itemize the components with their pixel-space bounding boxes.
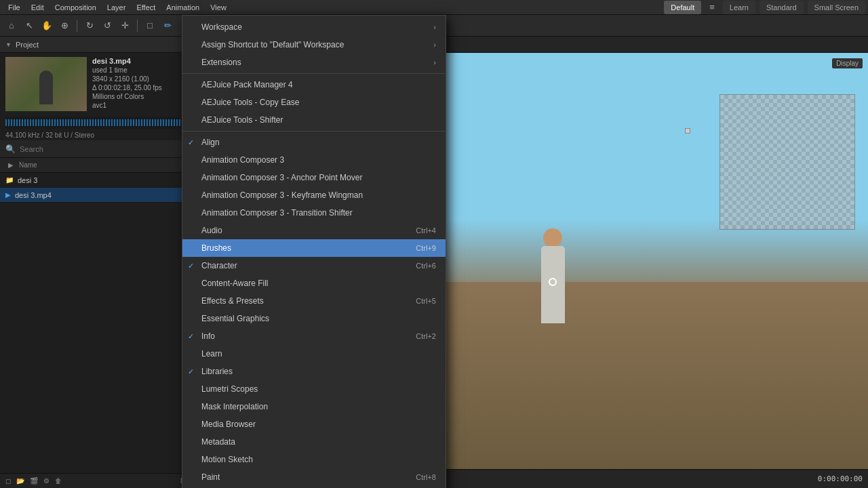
menu-item-label: Character <box>201 261 237 270</box>
menu-separator <box>182 73 446 74</box>
menu-item-workspace[interactable]: Workspace› <box>182 18 446 36</box>
selection-tool[interactable]: ↖ <box>22 18 37 33</box>
person-body <box>541 246 565 293</box>
menu-item-label: Brushes <box>201 243 231 253</box>
menu-item-label: Extensions <box>201 58 241 67</box>
menu-item-aejuice-shifter[interactable]: AEJuice Tools - Shifter <box>182 111 446 129</box>
menu-item-aejuice-pack[interactable]: AEJuice Pack Manager 4 <box>182 76 446 94</box>
submenu-arrow-icon: › <box>433 41 436 49</box>
media-name: desi 3.mp4 <box>92 57 162 65</box>
bounding-box-handle[interactable] <box>685 128 690 134</box>
folder-icon: 📁 <box>5 176 14 184</box>
hand-tool[interactable]: ✋ <box>39 18 54 33</box>
menu-item-label: AEJuice Tools - Copy Ease <box>201 98 300 107</box>
workspace-tab-small-screen[interactable]: Small Screen <box>808 1 865 14</box>
menu-edit[interactable]: Edit <box>26 2 50 13</box>
menu-file[interactable]: File <box>3 2 26 13</box>
video-icon: ▶ <box>5 191 11 199</box>
shortcut-label: Ctrl+5 <box>416 297 436 305</box>
menu-item-label: Info <box>201 331 215 341</box>
workspace-tab-learn[interactable]: Learn <box>723 1 755 14</box>
menu-item-paint[interactable]: PaintCtrl+8 <box>182 468 446 486</box>
menu-item-motion-sketch[interactable]: Motion Sketch <box>182 451 446 468</box>
menu-item-libraries[interactable]: ✓Libraries <box>182 363 446 380</box>
menu-item-label: Workspace <box>201 22 242 32</box>
workspace-tab-standard[interactable]: Standard <box>760 1 804 14</box>
media-thumbnail <box>5 57 87 111</box>
menu-item-lumetri-scopes[interactable]: Lumetri Scopes <box>182 380 446 398</box>
menu-composition[interactable]: Composition <box>50 2 102 13</box>
person-head <box>543 228 562 247</box>
thumbnail-image <box>5 57 87 111</box>
zoom-tool[interactable]: ⊕ <box>57 18 72 33</box>
person-leg-left <box>541 293 552 324</box>
menu-item-animation-composer[interactable]: Animation Composer 3 <box>182 151 446 169</box>
pen-tool[interactable]: ✏ <box>160 18 175 33</box>
new-comp-icon[interactable]: 🎬 <box>30 477 38 485</box>
name-column-header: Name <box>19 161 191 169</box>
menu-item-keyframe-wingman[interactable]: Animation Composer 3 - Keyframe Wingman <box>182 186 446 204</box>
workspace-tab-default[interactable]: Default <box>664 1 701 14</box>
menu-item-info[interactable]: ✓InfoCtrl+2 <box>182 327 446 345</box>
trash-icon[interactable]: 🗑 <box>55 477 62 485</box>
person-legs <box>541 293 565 324</box>
checkmark-icon: ✓ <box>188 262 194 270</box>
menu-layer[interactable]: Layer <box>102 2 132 13</box>
menu-item-label: AEJuice Pack Manager 4 <box>201 80 293 89</box>
menu-item-assign-shortcut[interactable]: Assign Shortcut to "Default" Workspace› <box>182 36 446 54</box>
separator <box>77 20 77 32</box>
menu-effect[interactable]: Effect <box>131 2 161 13</box>
shortcut-label: Ctrl+9 <box>416 244 436 252</box>
settings-icon[interactable]: ⚙ <box>43 477 50 485</box>
expand-icon: ▶ <box>5 161 16 169</box>
menu-view[interactable]: View <box>205 2 232 13</box>
menu-item-brushes[interactable]: BrushesCtrl+9 <box>182 239 446 257</box>
person-leg-right <box>554 293 565 324</box>
menu-item-label: Animation Composer 3 - Transition Shifte… <box>201 208 353 218</box>
project-panel-title: Project <box>16 41 39 49</box>
menu-item-label: Metadata <box>201 437 235 447</box>
home-icon[interactable]: ⌂ <box>4 18 19 33</box>
menu-item-label: Mask Interpolation <box>201 402 268 411</box>
menu-item-align[interactable]: ✓Align <box>182 134 446 151</box>
menu-item-media-browser[interactable]: Media Browser <box>182 415 446 433</box>
folder-icon-bottom[interactable]: 📂 <box>16 477 24 485</box>
menu-item-transition-shifter[interactable]: Animation Composer 3 - Transition Shifte… <box>182 204 446 222</box>
workspace-menu-icon[interactable]: ≡ <box>705 0 719 15</box>
menu-item-label: Assign Shortcut to "Default" Workspace <box>201 40 344 49</box>
menu-item-learn[interactable]: Learn <box>182 345 446 363</box>
search-icon: 🔍 <box>5 144 16 154</box>
media-used: used 1 time <box>92 66 162 74</box>
rotate-ccw-icon[interactable]: ↺ <box>100 18 115 33</box>
menu-item-effects-presets[interactable]: Effects & PresetsCtrl+5 <box>182 292 446 310</box>
menu-item-content-aware-fill[interactable]: Content-Aware Fill <box>182 274 446 292</box>
media-fps: Δ 0:00:02:18, 25.00 fps <box>92 84 162 92</box>
camera-tool-icon[interactable]: ✛ <box>117 18 132 33</box>
rotate-cw-icon[interactable]: ↻ <box>82 18 97 33</box>
menu-item-anchor-point-mover[interactable]: Animation Composer 3 - Anchor Point Move… <box>182 169 446 186</box>
menu-item-metadata[interactable]: Metadata <box>182 433 446 451</box>
window-menu[interactable]: Workspace›Assign Shortcut to "Default" W… <box>182 15 446 488</box>
timecode-display: 0:00:00:00 <box>818 474 863 483</box>
menu-separator <box>182 131 446 131</box>
cutout-overlay <box>719 94 855 230</box>
menu-animation[interactable]: Animation <box>161 2 205 13</box>
menu-item-aejuice-copy-ease[interactable]: AEJuice Tools - Copy Ease <box>182 94 446 111</box>
menu-item-audio[interactable]: AudioCtrl+4 <box>182 222 446 239</box>
rect-tool[interactable]: □ <box>142 18 157 33</box>
display-button[interactable]: Display <box>832 58 863 68</box>
add-item-icon[interactable]: ◻ <box>5 477 11 485</box>
submenu-arrow-icon: › <box>433 23 436 31</box>
submenu-arrow-icon: › <box>433 58 436 66</box>
separator2 <box>137 20 138 32</box>
menu-item-mask-interpolation[interactable]: Mask Interpolation <box>182 398 446 415</box>
menu-item-label: Media Browser <box>201 420 256 429</box>
panel-menu-icon[interactable]: ▼ <box>5 41 12 48</box>
checkmark-icon: ✓ <box>188 138 194 147</box>
menu-item-essential-graphics[interactable]: Essential Graphics <box>182 310 446 327</box>
menu-item-label: Effects & Presets <box>201 296 264 306</box>
menu-item-extensions[interactable]: Extensions› <box>182 54 446 71</box>
menu-item-label: Learn <box>201 349 222 359</box>
menu-item-label: AEJuice Tools - Shifter <box>201 115 283 125</box>
menu-item-character[interactable]: ✓CharacterCtrl+6 <box>182 257 446 274</box>
